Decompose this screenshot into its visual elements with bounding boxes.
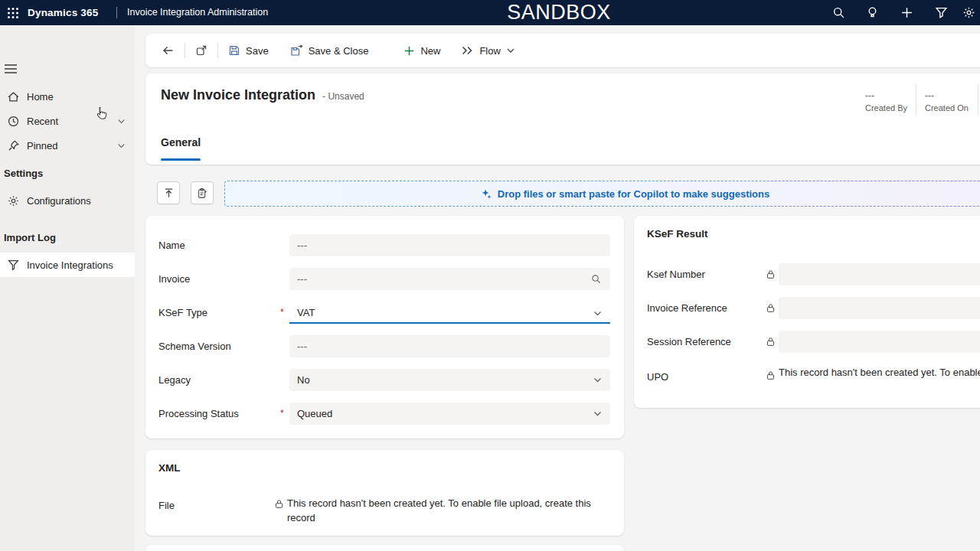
ksef-result-section-card: KSeF Result Ksef Number Invoice Referenc… [634, 216, 980, 408]
record-header-card: New Invoice Integration - Unsaved --- Cr… [145, 73, 980, 165]
tab-general[interactable]: General [161, 136, 201, 148]
site-map-sidebar: Home Recent Pinned Settings Configuratio… [0, 25, 135, 551]
invoice-reference-input[interactable] [779, 297, 980, 319]
sidebar-item-pinned[interactable]: Pinned [0, 133, 135, 158]
chevron-down-icon[interactable] [117, 117, 126, 126]
schema-version-field-label: Schema Version [158, 335, 231, 357]
sidebar-item-label: Recent [27, 116, 58, 127]
commandbar-divider [185, 43, 185, 58]
unsaved-status: - Unsaved [322, 91, 364, 102]
file-locked-message: This record hasn't been created yet. To … [287, 497, 595, 525]
file-field-label: File [158, 494, 175, 517]
invoice-lookup-input[interactable]: --- [289, 268, 610, 290]
sidebar-item-configurations[interactable]: Configurations [0, 188, 135, 213]
smart-paste-button[interactable] [191, 181, 214, 204]
hamburger-menu-icon[interactable] [4, 64, 18, 74]
tab-active-indicator [161, 158, 201, 161]
flow-label: Flow [479, 45, 500, 57]
save-and-close-label: Save & Close [309, 45, 369, 57]
flow-icon [462, 44, 474, 57]
header-divider [916, 84, 916, 115]
processing-status-dropdown[interactable]: Queued [289, 403, 610, 425]
upo-locked-message: This record hasn't been created yet. To … [779, 366, 980, 380]
save-floppy-icon [228, 44, 240, 57]
plus-quick-create-icon[interactable] [900, 6, 913, 19]
created-by-value: --- [865, 90, 907, 101]
invoice-reference-field-label: Invoice Reference [647, 297, 727, 319]
pin-icon [7, 139, 20, 152]
header-divider [978, 84, 978, 115]
save-label: Save [246, 45, 269, 57]
home-icon [7, 90, 20, 103]
copilot-sparkle-icon [481, 188, 492, 200]
next-section-card-partial [145, 545, 624, 551]
lock-icon [766, 303, 776, 313]
copilot-message: Drop files or smart paste for Copilot to… [498, 188, 769, 200]
new-label: New [420, 45, 440, 57]
topbar-divider [116, 7, 117, 18]
app-name[interactable]: Dynamics 365 [28, 0, 98, 25]
waffle-menu-icon[interactable] [7, 7, 19, 19]
flow-button[interactable]: Flow [456, 41, 521, 60]
lookup-search-icon[interactable] [591, 274, 601, 284]
created-on-label: Created On [925, 103, 969, 112]
plus-icon [403, 45, 415, 57]
open-in-new-window-button[interactable] [189, 41, 214, 60]
upload-icon [163, 187, 175, 199]
required-marker: * [280, 302, 284, 324]
copilot-drop-zone[interactable]: Drop files or smart paste for Copilot to… [224, 181, 980, 207]
ksef-number-field-label: Ksef Number [647, 263, 705, 285]
legacy-field-label: Legacy [158, 369, 191, 391]
configurations-gear-icon [7, 194, 20, 207]
search-icon[interactable] [832, 6, 845, 19]
sidebar-item-home[interactable]: Home [0, 84, 135, 109]
lock-icon [766, 269, 776, 279]
upo-field-label: UPO [647, 366, 668, 388]
lock-icon [274, 499, 284, 509]
sidebar-item-invoice-integrations[interactable]: Invoice Integrations [0, 253, 135, 277]
lock-icon [766, 370, 776, 380]
chevron-down-icon[interactable] [593, 308, 603, 318]
chevron-down-icon[interactable] [117, 142, 126, 150]
chevron-down-icon[interactable] [593, 409, 603, 419]
created-by-field: --- Created By [865, 90, 907, 112]
area-title[interactable]: Invoice Integration Administration [127, 0, 268, 25]
lock-icon [766, 337, 776, 347]
flow-dropdown-chevron-icon [506, 46, 515, 55]
sidebar-group-settings: Settings [4, 168, 43, 179]
popout-icon [195, 44, 207, 57]
top-navigation-bar: Dynamics 365 Invoice Integration Adminis… [0, 0, 980, 25]
schema-version-input[interactable]: --- [289, 335, 610, 357]
new-button[interactable]: New [397, 41, 446, 60]
legacy-dropdown[interactable]: No [289, 369, 610, 391]
name-input[interactable]: --- [289, 234, 610, 256]
command-bar: Save Save & Close New Flow [145, 34, 980, 67]
ksef-type-field-label: KSeF Type [158, 302, 207, 324]
name-field-label: Name [158, 234, 185, 256]
entity-filter-icon [7, 259, 20, 272]
section-title: KSeF Result [647, 228, 708, 240]
sidebar-item-label: Pinned [27, 140, 57, 152]
session-reference-field-label: Session Reference [647, 331, 731, 353]
section-title: XML [158, 462, 181, 474]
sidebar-item-recent[interactable]: Recent [0, 109, 135, 133]
created-by-label: Created By [865, 103, 907, 112]
ksef-number-input[interactable] [779, 263, 980, 285]
save-and-close-icon [290, 44, 303, 57]
smart-paste-clipboard-icon [197, 187, 208, 199]
sidebar-item-label: Invoice Integrations [27, 259, 113, 271]
invoice-field-label: Invoice [158, 268, 190, 290]
ksef-type-dropdown[interactable]: VAT [289, 302, 610, 324]
settings-gear-icon[interactable] [962, 6, 975, 19]
back-button[interactable] [156, 41, 181, 60]
created-on-field: --- Created On [925, 90, 969, 112]
upload-file-button[interactable] [157, 181, 180, 204]
session-reference-input[interactable] [779, 331, 980, 353]
chevron-down-icon[interactable] [593, 375, 603, 385]
save-button[interactable]: Save [222, 41, 275, 60]
created-on-value: --- [925, 90, 969, 101]
app-window: Dynamics 365 Invoice Integration Adminis… [0, 0, 980, 551]
save-and-close-button[interactable]: Save & Close [284, 41, 375, 60]
filter-icon[interactable] [935, 6, 948, 19]
lightbulb-icon[interactable] [866, 6, 879, 19]
